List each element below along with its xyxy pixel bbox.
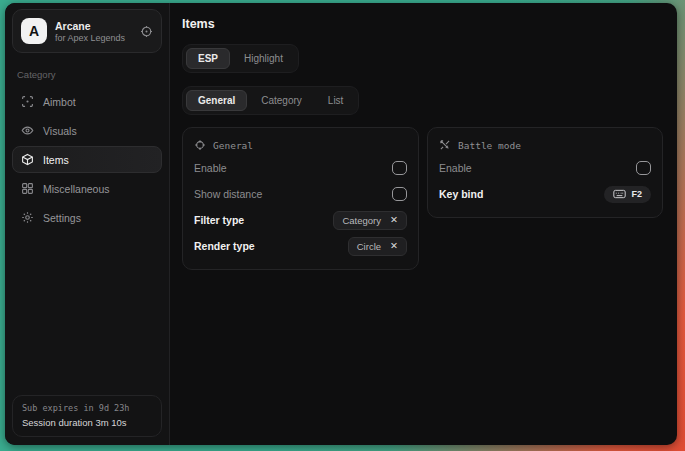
setting-row-show-distance: Show distance	[194, 181, 407, 207]
keyboard-icon	[613, 189, 626, 199]
sidebar-item-aimbot[interactable]: Aimbot	[12, 88, 162, 115]
panel-title: Battle mode	[458, 140, 521, 151]
setting-label: Show distance	[194, 188, 262, 200]
session-duration-text: Session duration 3m 10s	[22, 417, 152, 428]
package-icon	[21, 153, 34, 166]
setting-row-enable: Enable	[439, 155, 651, 181]
brand-card: A Arcane for Apex Legends	[12, 9, 162, 53]
sidebar-item-label: Visuals	[43, 125, 77, 137]
tab-esp[interactable]: ESP	[186, 48, 230, 69]
battle-enable-checkbox[interactable]	[636, 161, 651, 175]
mode-tab-group: ESP Highlight	[182, 44, 299, 73]
sub-expires-text: Sub expires in 9d 23h	[22, 403, 152, 413]
setting-row-filter-type: Filter type Category ✕	[194, 207, 407, 233]
app-logo: A	[21, 18, 47, 44]
setting-row-enable: Enable	[194, 155, 407, 181]
brand-text: Arcane for Apex Legends	[55, 20, 125, 43]
app-window: A Arcane for Apex Legends Category	[5, 3, 677, 445]
keybind-value: F2	[631, 189, 642, 199]
subscription-info-card: Sub expires in 9d 23h Session duration 3…	[12, 395, 162, 437]
filter-type-select[interactable]: Category ✕	[333, 211, 407, 230]
crosshair-icon	[194, 139, 206, 151]
sidebar-item-miscellaneous[interactable]: Miscellaneous	[12, 175, 162, 202]
battle-mode-panel-header: Battle mode	[439, 139, 651, 151]
sidebar-item-label: Settings	[43, 212, 81, 224]
enable-checkbox[interactable]	[392, 161, 407, 175]
sidebar-nav: Aimbot Visuals Items	[12, 88, 162, 231]
tab-highlight[interactable]: Highlight	[232, 48, 295, 69]
category-label: Category	[17, 69, 157, 80]
keybind-button[interactable]: F2	[604, 186, 651, 203]
page-title: Items	[182, 17, 663, 31]
sidebar-item-label: Items	[43, 154, 69, 166]
setting-label: Filter type	[194, 214, 244, 226]
brand-subtitle: for Apex Legends	[55, 33, 125, 43]
render-type-select[interactable]: Circle ✕	[348, 237, 407, 256]
general-panel-header: General	[194, 139, 407, 151]
show-distance-checkbox[interactable]	[392, 187, 407, 201]
general-panel: General Enable Show distance Filter type…	[182, 127, 419, 270]
sidebar-item-label: Aimbot	[43, 96, 76, 108]
brand-name: Arcane	[55, 20, 125, 32]
sidebar-item-items[interactable]: Items	[12, 146, 162, 173]
panel-title: General	[213, 140, 253, 151]
setting-label: Render type	[194, 240, 255, 252]
clear-icon[interactable]: ✕	[390, 241, 398, 251]
crosshair-scan-icon	[21, 95, 34, 108]
eye-icon	[21, 124, 34, 137]
sidebar: A Arcane for Apex Legends Category	[5, 3, 170, 445]
swords-icon	[439, 139, 451, 151]
main-content: Items ESP Highlight General Category Lis…	[170, 3, 677, 445]
clear-icon[interactable]: ✕	[390, 215, 398, 225]
battle-mode-panel: Battle mode Enable Key bind	[427, 127, 663, 218]
sub-tab-group: General Category List	[182, 86, 359, 115]
grid-icon	[21, 182, 34, 195]
crosshair-icon[interactable]	[140, 25, 153, 38]
sidebar-item-label: Miscellaneous	[43, 183, 110, 195]
select-value: Circle	[357, 241, 381, 252]
tab-general[interactable]: General	[186, 90, 247, 111]
sidebar-item-settings[interactable]: Settings	[12, 204, 162, 231]
tab-list[interactable]: List	[316, 90, 356, 111]
panels-row: General Enable Show distance Filter type…	[182, 127, 663, 270]
gear-icon	[21, 211, 34, 224]
sidebar-item-visuals[interactable]: Visuals	[12, 117, 162, 144]
setting-label: Enable	[194, 162, 227, 174]
setting-label: Enable	[439, 162, 472, 174]
setting-label: Key bind	[439, 188, 483, 200]
select-value: Category	[342, 215, 381, 226]
setting-row-render-type: Render type Circle ✕	[194, 233, 407, 259]
tab-category[interactable]: Category	[249, 90, 314, 111]
setting-row-key-bind: Key bind F2	[439, 181, 651, 207]
